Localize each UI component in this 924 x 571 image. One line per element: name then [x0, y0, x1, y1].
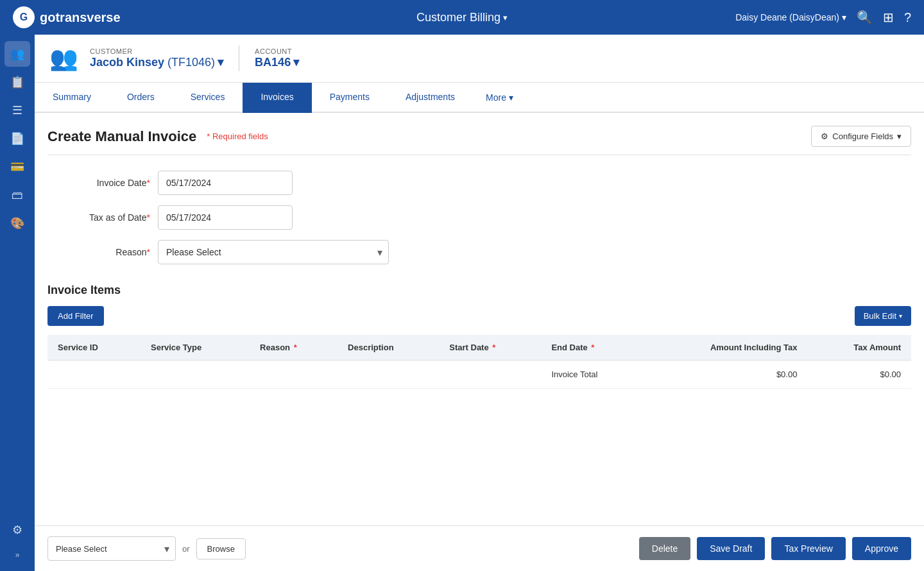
col-service-type: Service Type — [141, 335, 250, 361]
total-label-spacer-2 — [141, 361, 250, 389]
account-label: ACCOUNT — [255, 47, 299, 55]
account-dropdown-icon[interactable]: ▾ — [293, 55, 299, 69]
sidebar-item-table[interactable]: 🗃 — [4, 182, 30, 208]
table-icon: 🗃 — [12, 189, 23, 202]
reason-select-wrapper: Please Select ▾ — [158, 240, 389, 264]
tab-more[interactable]: More ▾ — [473, 83, 526, 112]
bottom-select[interactable]: Please Select — [47, 536, 176, 561]
customer-header: 👥 CUSTOMER Jacob Kinsey (TF1046) ▾ ACCOU… — [35, 35, 924, 83]
invoice-items-table: Service ID Service Type Reason * Descrip… — [47, 335, 911, 389]
help-icon[interactable]: ? — [904, 10, 911, 25]
logo-icon: G — [13, 6, 35, 28]
browse-button[interactable]: Browse — [196, 538, 246, 559]
reason-row: Reason* Please Select ▾ — [47, 240, 911, 264]
sidebar-item-card[interactable]: 💳 — [4, 154, 30, 180]
brand-logo[interactable]: G gotransverse — [13, 6, 121, 28]
total-label-spacer-4 — [338, 361, 439, 389]
bulk-edit-button[interactable]: Bulk Edit ▾ — [855, 306, 911, 326]
table-header: Service ID Service Type Reason * Descrip… — [47, 335, 911, 361]
sidebar-item-settings[interactable]: ⚙ — [4, 517, 30, 543]
col-reason: Reason * — [250, 335, 338, 361]
tab-bar: Summary Orders Services Invoices Payment… — [35, 83, 924, 113]
total-label-spacer-3 — [250, 361, 338, 389]
sidebar-item-documents[interactable]: 📋 — [4, 69, 30, 95]
top-navigation: G gotransverse Customer Billing ▾ Daisy … — [0, 0, 924, 35]
more-dropdown-icon: ▾ — [509, 92, 513, 103]
sidebar-item-list[interactable]: ☰ — [4, 98, 30, 123]
table-header-row: Service ID Service Type Reason * Descrip… — [47, 335, 911, 361]
col-end-date: End Date * — [541, 335, 643, 361]
col-start-date: Start Date * — [439, 335, 541, 361]
page-title: Create Manual Invoice — [47, 128, 196, 145]
invoice-total-row: Invoice Total $0.00 $0.00 — [47, 361, 911, 389]
col-tax-amount: Tax Amount — [807, 335, 911, 361]
configure-fields-button[interactable]: ⚙ Configure Fields ▾ — [811, 126, 911, 147]
bottom-right: Delete Save Draft Tax Preview Approve — [639, 537, 911, 560]
add-filter-button[interactable]: Add Filter — [47, 306, 104, 326]
invoice-date-row: Invoice Date* — [47, 171, 911, 195]
page-header: Create Manual Invoice * Required fields … — [47, 126, 911, 155]
sidebar-item-users[interactable]: 👥 — [4, 41, 30, 67]
sidebar-bottom: ⚙ » — [4, 517, 30, 565]
invoice-date-input[interactable] — [158, 171, 293, 195]
documents-icon: 📋 — [10, 75, 24, 89]
brand-name: gotransverse — [40, 10, 121, 25]
bottom-left: Please Select ▾ or Browse — [47, 536, 246, 561]
users-icon: 👥 — [10, 47, 24, 61]
list-icon: ☰ — [12, 103, 22, 117]
invoice-date-label: Invoice Date* — [47, 178, 150, 188]
approve-button[interactable]: Approve — [852, 537, 911, 560]
total-amount: $0.00 — [643, 361, 807, 389]
customer-name: Jacob Kinsey (TF1046) ▾ — [90, 55, 223, 69]
tab-adjustments[interactable]: Adjustments — [388, 83, 473, 113]
expand-icon: » — [15, 550, 20, 559]
tax-preview-button[interactable]: Tax Preview — [771, 537, 845, 560]
dashboard-icon: 🎨 — [10, 216, 24, 230]
col-service-id: Service ID — [47, 335, 141, 361]
page-title-area: Create Manual Invoice * Required fields — [47, 128, 268, 145]
app-title-area: Customer Billing ▾ — [416, 11, 508, 24]
grid-icon[interactable]: ⊞ — [883, 10, 894, 25]
total-label-spacer-5 — [439, 361, 541, 389]
or-label: or — [182, 544, 190, 554]
bulk-edit-dropdown-icon: ▾ — [899, 312, 902, 320]
sidebar: 👥 📋 ☰ 📄 💳 🗃 🎨 ⚙ » — [0, 35, 35, 571]
invoice-items-title: Invoice Items — [47, 284, 911, 297]
bottom-select-wrapper: Please Select ▾ — [47, 536, 176, 561]
search-icon[interactable]: 🔍 — [857, 10, 873, 25]
account-info: ACCOUNT BA146 ▾ — [255, 47, 299, 69]
customer-avatar: 👥 — [47, 42, 80, 74]
invoice-icon: 📄 — [10, 132, 24, 146]
customer-dropdown-icon[interactable]: ▾ — [218, 55, 223, 69]
user-label[interactable]: Daisy Deane (DaisyDean) ▾ — [735, 12, 846, 22]
invoice-items-section: Invoice Items Add Filter Bulk Edit ▾ Ser… — [47, 284, 911, 389]
form-section: Invoice Date* Tax as of Date* Reason* — [47, 171, 911, 264]
tax-date-input[interactable] — [158, 205, 293, 230]
tab-payments[interactable]: Payments — [312, 83, 388, 113]
col-amount: Amount Including Tax — [643, 335, 807, 361]
gear-icon: ⚙ — [821, 132, 828, 141]
bottom-action-bar: Please Select ▾ or Browse Delete Save Dr… — [35, 525, 924, 571]
app-title: Customer Billing — [416, 11, 501, 24]
app-title-dropdown-icon[interactable]: ▾ — [503, 13, 508, 22]
tab-summary[interactable]: Summary — [35, 83, 109, 113]
content-area: 👥 CUSTOMER Jacob Kinsey (TF1046) ▾ ACCOU… — [35, 35, 924, 571]
required-note: * Required fields — [207, 132, 268, 141]
top-nav-right: Daisy Deane (DaisyDean) ▾ 🔍 ⊞ ? — [735, 10, 911, 25]
main-layout: 👥 📋 ☰ 📄 💳 🗃 🎨 ⚙ » — [0, 35, 924, 571]
tab-orders[interactable]: Orders — [109, 83, 173, 113]
tab-invoices[interactable]: Invoices — [243, 83, 311, 113]
sidebar-expand-btn[interactable]: » — [4, 545, 30, 565]
configure-dropdown-icon: ▾ — [897, 132, 902, 141]
customer-label: CUSTOMER — [90, 47, 223, 55]
delete-button[interactable]: Delete — [639, 537, 690, 560]
total-label: Invoice Total — [541, 361, 643, 389]
reason-select[interactable]: Please Select — [158, 240, 389, 264]
tax-date-label: Tax as of Date* — [47, 212, 150, 223]
save-draft-button[interactable]: Save Draft — [697, 537, 765, 560]
sidebar-item-dashboard[interactable]: 🎨 — [4, 210, 30, 236]
tax-date-row: Tax as of Date* — [47, 205, 911, 230]
sidebar-item-invoice[interactable]: 📄 — [4, 126, 30, 151]
tab-services[interactable]: Services — [173, 83, 243, 113]
toolbar-row: Add Filter Bulk Edit ▾ — [47, 306, 911, 326]
